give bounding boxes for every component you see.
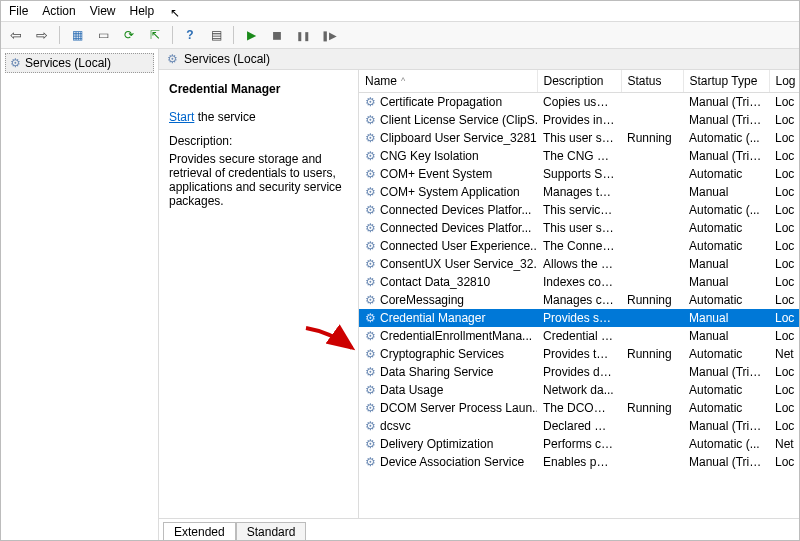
service-description: The CNG ke... bbox=[537, 147, 621, 165]
service-status bbox=[621, 219, 683, 237]
service-description: Manages co... bbox=[537, 291, 621, 309]
service-description: Provides thr... bbox=[537, 345, 621, 363]
gear-icon bbox=[365, 113, 376, 127]
service-logon: Net bbox=[769, 435, 799, 453]
service-name: Device Association Service bbox=[380, 455, 524, 469]
results-header: Services (Local) bbox=[159, 49, 799, 70]
service-startup: Automatic bbox=[683, 237, 769, 255]
properties-button[interactable] bbox=[92, 24, 114, 46]
table-row[interactable]: CredentialEnrollmentMana...Credential E.… bbox=[359, 327, 799, 345]
table-row[interactable]: COM+ Event SystemSupports Sy...Automatic… bbox=[359, 165, 799, 183]
table-row[interactable]: ConsentUX User Service_32...Allows the s… bbox=[359, 255, 799, 273]
service-name: Clipboard User Service_32810 bbox=[380, 131, 537, 145]
service-status bbox=[621, 255, 683, 273]
table-row[interactable]: Connected Devices Platfor...This user se… bbox=[359, 219, 799, 237]
service-startup: Manual (Trig... bbox=[683, 417, 769, 435]
service-description: Performs co... bbox=[537, 435, 621, 453]
table-row[interactable]: Clipboard User Service_32810This user se… bbox=[359, 129, 799, 147]
service-description: Provides se... bbox=[537, 309, 621, 327]
table-row[interactable]: DCOM Server Process Laun...The DCOML...R… bbox=[359, 399, 799, 417]
restart-service-button[interactable] bbox=[318, 24, 340, 46]
service-status bbox=[621, 165, 683, 183]
service-logon: Net bbox=[769, 345, 799, 363]
service-name: Delivery Optimization bbox=[380, 437, 493, 451]
pause-service-button[interactable] bbox=[292, 24, 314, 46]
sheet-button[interactable] bbox=[205, 24, 227, 46]
column-header-name[interactable]: Name^ bbox=[359, 70, 537, 93]
service-description: Credential E... bbox=[537, 327, 621, 345]
column-header-logon[interactable]: Log bbox=[769, 70, 799, 93]
panel-icon bbox=[72, 28, 83, 42]
arrow-left-icon bbox=[10, 27, 22, 43]
menubar: File Action View Help bbox=[1, 1, 799, 21]
gear-icon bbox=[365, 221, 376, 235]
service-logon: Loc bbox=[769, 255, 799, 273]
detail-action-line: Start the service bbox=[169, 110, 348, 124]
description-text: Provides secure storage and retrieval of… bbox=[169, 152, 348, 208]
service-description: Provides da... bbox=[537, 363, 621, 381]
view-tabs: Extended Standard bbox=[159, 518, 799, 540]
gear-icon bbox=[10, 56, 21, 70]
export-icon bbox=[150, 28, 160, 42]
table-row[interactable]: Data Sharing ServiceProvides da...Manual… bbox=[359, 363, 799, 381]
service-name: ConsentUX User Service_32... bbox=[380, 257, 537, 271]
table-row[interactable]: Data UsageNetwork da...AutomaticLoc bbox=[359, 381, 799, 399]
service-status bbox=[621, 453, 683, 471]
toolbar-separator bbox=[233, 26, 234, 44]
gear-icon bbox=[365, 365, 376, 379]
start-service-button[interactable] bbox=[240, 24, 262, 46]
menu-view[interactable]: View bbox=[90, 4, 116, 18]
service-description: This user ser... bbox=[537, 129, 621, 147]
service-name: Data Usage bbox=[380, 383, 443, 397]
service-description: Declared Co... bbox=[537, 417, 621, 435]
export-button[interactable] bbox=[144, 24, 166, 46]
service-startup: Automatic (... bbox=[683, 129, 769, 147]
table-row[interactable]: CoreMessagingManages co...RunningAutomat… bbox=[359, 291, 799, 309]
refresh-button[interactable] bbox=[118, 24, 140, 46]
start-service-link[interactable]: Start bbox=[169, 110, 194, 124]
table-row[interactable]: Connected User Experience...The Connec..… bbox=[359, 237, 799, 255]
back-button[interactable] bbox=[5, 24, 27, 46]
restart-icon bbox=[321, 28, 337, 42]
tab-standard[interactable]: Standard bbox=[236, 522, 307, 541]
service-status: Running bbox=[621, 291, 683, 309]
stop-icon bbox=[272, 28, 282, 42]
service-startup: Manual (Trig... bbox=[683, 363, 769, 381]
service-name: COM+ Event System bbox=[380, 167, 492, 181]
sheet-icon bbox=[211, 28, 222, 42]
table-row[interactable]: Cryptographic ServicesProvides thr...Run… bbox=[359, 345, 799, 363]
table-row[interactable]: Connected Devices Platfor...This service… bbox=[359, 201, 799, 219]
services-list[interactable]: Name^ Description Status Startup Type Lo… bbox=[359, 70, 799, 518]
table-row[interactable]: Contact Data_32810Indexes con...ManualLo… bbox=[359, 273, 799, 291]
column-header-startup[interactable]: Startup Type bbox=[683, 70, 769, 93]
column-header-description[interactable]: Description bbox=[537, 70, 621, 93]
table-row[interactable]: dcsvcDeclared Co...Manual (Trig...Loc bbox=[359, 417, 799, 435]
tab-extended[interactable]: Extended bbox=[163, 522, 236, 541]
forward-button[interactable] bbox=[31, 24, 53, 46]
tree-item-services-local[interactable]: Services (Local) bbox=[5, 53, 154, 73]
service-status bbox=[621, 309, 683, 327]
service-startup: Automatic bbox=[683, 381, 769, 399]
service-startup: Manual (Trig... bbox=[683, 147, 769, 165]
column-header-status[interactable]: Status bbox=[621, 70, 683, 93]
service-startup: Manual (Trig... bbox=[683, 93, 769, 112]
table-row[interactable]: Client License Service (ClipS...Provides… bbox=[359, 111, 799, 129]
toolbar-separator bbox=[172, 26, 173, 44]
table-row[interactable]: CNG Key IsolationThe CNG ke...Manual (Tr… bbox=[359, 147, 799, 165]
table-row[interactable]: Certificate PropagationCopies user ...Ma… bbox=[359, 93, 799, 112]
table-row[interactable]: COM+ System ApplicationManages th...Manu… bbox=[359, 183, 799, 201]
help-button[interactable] bbox=[179, 24, 201, 46]
service-logon: Loc bbox=[769, 417, 799, 435]
table-row[interactable]: Credential ManagerProvides se...ManualLo… bbox=[359, 309, 799, 327]
service-status bbox=[621, 237, 683, 255]
table-row[interactable]: Delivery OptimizationPerforms co...Autom… bbox=[359, 435, 799, 453]
menu-file[interactable]: File bbox=[9, 4, 28, 18]
stop-service-button[interactable] bbox=[266, 24, 288, 46]
menu-action[interactable]: Action bbox=[42, 4, 75, 18]
menu-help[interactable]: Help bbox=[130, 4, 155, 18]
show-hide-tree-button[interactable] bbox=[66, 24, 88, 46]
table-row[interactable]: Device Association ServiceEnables pair..… bbox=[359, 453, 799, 471]
service-status bbox=[621, 183, 683, 201]
service-status bbox=[621, 147, 683, 165]
service-logon: Loc bbox=[769, 165, 799, 183]
